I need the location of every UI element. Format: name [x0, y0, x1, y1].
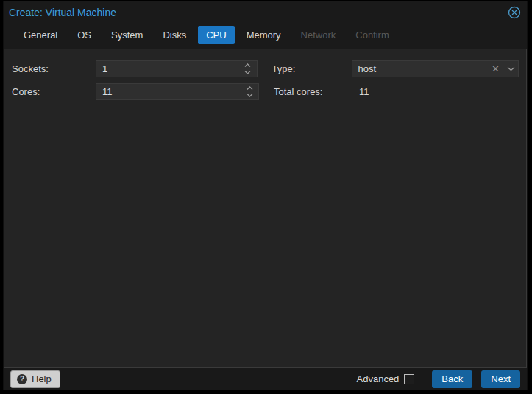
- spinner-up-icon[interactable]: [244, 85, 255, 92]
- question-circle-icon: ?: [17, 374, 27, 384]
- type-combo-tools: ✕: [492, 61, 515, 77]
- spinner-down-icon[interactable]: [243, 69, 253, 76]
- total-cores-label: Total cores:: [274, 86, 353, 97]
- chevron-down-icon[interactable]: [507, 66, 515, 71]
- sockets-spin-buttons: [243, 61, 253, 77]
- spinner-down-icon[interactable]: [244, 92, 255, 99]
- cores-spin-buttons: [244, 84, 255, 99]
- next-button[interactable]: Next: [481, 370, 520, 388]
- cores-input[interactable]: [96, 86, 258, 97]
- form-row-2: Cores: Total cores: 11: [12, 83, 519, 100]
- type-combobox[interactable]: ✕: [352, 60, 519, 77]
- tab-network: Network: [293, 26, 344, 44]
- tab-os[interactable]: OS: [69, 26, 99, 44]
- cores-spinner[interactable]: [96, 83, 259, 100]
- dialog-footer: ? Help Advanced Back Next: [4, 367, 527, 390]
- sockets-input[interactable]: [96, 63, 257, 74]
- spinner-up-icon[interactable]: [243, 63, 253, 69]
- total-cores-value: 11: [353, 86, 369, 97]
- close-icon[interactable]: [508, 6, 521, 19]
- tab-confirm: Confirm: [347, 26, 397, 44]
- sockets-label: Sockets:: [12, 63, 96, 74]
- type-label: Type:: [272, 63, 352, 74]
- advanced-checkbox[interactable]: [404, 374, 414, 384]
- dialog-titlebar: Create: Virtual Machine: [4, 1, 527, 24]
- tab-disks[interactable]: Disks: [155, 26, 194, 44]
- tab-general[interactable]: General: [15, 26, 65, 44]
- clear-icon[interactable]: ✕: [492, 64, 500, 74]
- sockets-spinner[interactable]: [96, 60, 258, 77]
- cpu-form-panel: Sockets: Type: ✕: [4, 49, 527, 367]
- help-button[interactable]: ? Help: [10, 370, 60, 388]
- tab-system[interactable]: System: [103, 26, 151, 44]
- tab-memory[interactable]: Memory: [238, 26, 289, 44]
- create-vm-dialog: Create: Virtual Machine General OS Syste…: [3, 1, 528, 390]
- advanced-label: Advanced: [357, 373, 400, 384]
- wizard-tabbar: General OS System Disks CPU Memory Netwo…: [4, 24, 527, 49]
- back-button[interactable]: Back: [432, 370, 472, 388]
- dialog-title: Create: Virtual Machine: [9, 7, 116, 18]
- tab-cpu[interactable]: CPU: [198, 26, 234, 44]
- form-row-1: Sockets: Type: ✕: [12, 60, 519, 77]
- cores-label: Cores:: [12, 86, 96, 97]
- footer-actions: Advanced Back Next: [357, 370, 520, 388]
- help-button-label: Help: [32, 373, 52, 384]
